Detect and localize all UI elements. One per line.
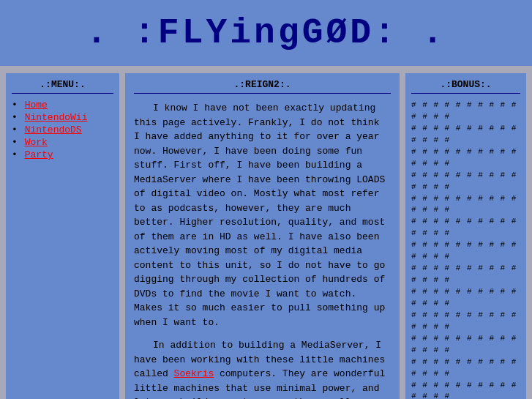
sidebar-item-party[interactable]: Party — [12, 149, 113, 160]
page-header: . :FLYingGØD: . — [0, 0, 532, 66]
sidebar-item-nintendowii[interactable]: NintendoWii — [12, 112, 113, 123]
site-title: . :FLYingGØD: . — [7, 13, 525, 53]
content-title: .:REIGN2:. — [134, 79, 391, 90]
bonus-title: .:BONUS:. — [411, 79, 520, 90]
soekris-link[interactable]: Soekris — [174, 368, 214, 379]
content-divider — [134, 93, 391, 94]
sidebar: .:MENU:. Home NintendoWii NintendoDS Wor… — [6, 73, 119, 399]
sidebar-item-work[interactable]: Work — [12, 137, 113, 148]
sidebar-link-nintendods[interactable]: NintendoDS — [25, 124, 82, 135]
content-paragraph-1: I know I have not been exactly updating … — [134, 101, 391, 329]
hash-grid: # # # # # # # # # # # # # # # # # # # # … — [411, 100, 520, 399]
sidebar-link-party[interactable]: Party — [25, 149, 53, 160]
main-content: .:REIGN2:. I know I have not been exactl… — [125, 73, 400, 399]
sidebar-link-nintendowii[interactable]: NintendoWii — [25, 112, 88, 123]
sidebar-divider — [12, 93, 113, 94]
content-paragraph-2: In addition to building a MediaServer, I… — [134, 338, 391, 399]
sidebar-title: .:MENU:. — [12, 79, 113, 90]
sidebar-link-work[interactable]: Work — [25, 137, 48, 148]
main-container: .:MENU:. Home NintendoWii NintendoDS Wor… — [0, 73, 532, 399]
sidebar-link-home[interactable]: Home — [25, 100, 48, 111]
sidebar-nav: Home NintendoWii NintendoDS Work Party — [12, 100, 113, 160]
sidebar-item-nintendods[interactable]: NintendoDS — [12, 124, 113, 135]
sidebar-item-home[interactable]: Home — [12, 100, 113, 111]
bonus-panel: .:BONUS:. # # # # # # # # # # # # # # # … — [405, 73, 526, 399]
bonus-divider — [411, 93, 520, 94]
